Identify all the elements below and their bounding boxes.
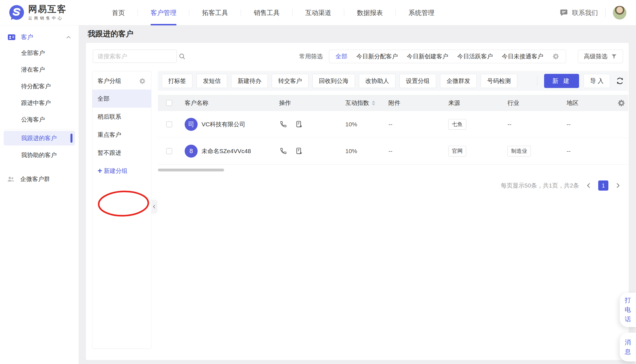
sidebar-item-wecom-customer-groups[interactable]: 企微客户群 — [0, 171, 79, 187]
nav-home[interactable]: 首页 — [99, 0, 138, 25]
advanced-filter-button[interactable]: 高级筛选 — [578, 50, 623, 63]
nav-acquisition-tools[interactable]: 拓客工具 — [189, 0, 241, 25]
sidebar-section-label: 客户 — [21, 33, 33, 41]
button-label: 号码检测 — [487, 77, 511, 85]
sidebar-item-label: 企微客户群 — [20, 175, 50, 183]
interaction-index-value: 10% — [345, 121, 357, 128]
new-group-button[interactable]: 新建分组 — [92, 162, 151, 180]
pagination: 每页显示50条，共1页，共2条 1 — [158, 180, 628, 191]
sidebar-section-customer[interactable]: 客户 — [0, 30, 79, 45]
group-item-all[interactable]: 全部 — [92, 90, 151, 108]
sidebar-item-unassigned-customers[interactable]: 待分配客户 — [4, 78, 75, 94]
row-checkbox[interactable] — [166, 121, 172, 127]
button-label: 改协助人 — [365, 77, 389, 85]
gear-icon[interactable] — [552, 53, 560, 60]
nav-label: 销售工具 — [254, 8, 280, 17]
filter-row: 常用筛选 全部 今日新分配客户 今日新创建客户 今日活跃客户 今日未接通客户 高… — [299, 50, 623, 63]
row-checkbox[interactable] — [166, 148, 172, 154]
set-group-button[interactable]: 设置分组 — [399, 74, 436, 88]
table-header: 客户名称 操作 互动指数 附件 来源 行业 地区 — [158, 95, 628, 111]
phone-icon[interactable] — [279, 120, 287, 128]
quick-filter-active-today[interactable]: 今日活跃客户 — [457, 52, 493, 60]
sidebar-item-public-sea-customers[interactable]: 公海客户 — [4, 111, 75, 128]
current-page-button[interactable]: 1 — [598, 180, 608, 191]
nav-label: 客户管理 — [151, 8, 176, 17]
contact-us-label: 联系我们 — [572, 8, 598, 17]
table-row[interactable]: 司 VC科技有限公司 10% -- 七鱼 -- -- — [158, 111, 628, 138]
sidebar-item-potential-customers[interactable]: 潜在客户 — [4, 61, 75, 78]
sidebar-item-following-customers[interactable]: 跟进中客户 — [4, 94, 75, 111]
search-input[interactable] — [93, 53, 178, 60]
transfer-customer-button[interactable]: 转交客户 — [272, 74, 308, 88]
industry-value: -- — [505, 121, 564, 128]
refresh-icon[interactable] — [616, 77, 624, 85]
gear-icon[interactable] — [139, 78, 146, 85]
sidebar-item-my-assisted-customers[interactable]: 我协助的客户 — [4, 147, 75, 163]
button-label: 企微群发 — [447, 77, 470, 85]
phone-icon[interactable] — [279, 147, 287, 155]
sidebar-item-all-customers[interactable]: 全部客户 — [4, 45, 75, 61]
nav-label: 数据报表 — [357, 8, 383, 17]
next-page-button[interactable] — [615, 182, 621, 189]
group-item-contact-later[interactable]: 稍后联系 — [92, 108, 151, 126]
nav-label: 系统管理 — [408, 8, 434, 17]
make-call-button[interactable]: 打电话 — [620, 293, 636, 327]
quick-filter-all[interactable]: 全部 — [335, 52, 347, 60]
send-sms-button[interactable]: 发短信 — [196, 74, 227, 88]
user-avatar[interactable] — [613, 6, 626, 19]
change-assistant-button[interactable]: 改协助人 — [359, 74, 396, 88]
sidebar-item-label: 全部客户 — [21, 49, 45, 57]
sidebar-item-label: 我协助的客户 — [21, 151, 57, 159]
add-record-icon[interactable] — [295, 120, 303, 128]
quick-filter-unreached-today[interactable]: 今日未接通客户 — [502, 52, 543, 60]
create-button[interactable]: 新 建 — [544, 74, 579, 88]
select-all-checkbox[interactable] — [166, 100, 172, 106]
contact-us-button[interactable]: 联系我们 — [560, 8, 598, 17]
quick-filter-new-assigned-today[interactable]: 今日新分配客户 — [356, 52, 398, 60]
column-settings-gear-icon[interactable] — [617, 99, 626, 107]
nav-interaction-channels[interactable]: 互动渠道 — [293, 0, 344, 25]
nav-data-reports[interactable]: 数据报表 — [344, 0, 396, 25]
add-record-icon[interactable] — [295, 147, 303, 155]
sidebar-divider — [4, 129, 75, 129]
import-button[interactable]: 导 入 — [584, 74, 610, 88]
chevron-up-icon[interactable] — [65, 34, 72, 41]
chat-icon — [560, 8, 568, 17]
customer-table-area: 打标签 发短信 新建待办 转交客户 回收到公海 改协助人 设置分组 企微群发 号… — [158, 71, 628, 354]
column-region: 地区 — [564, 99, 617, 107]
table-row[interactable]: 8 未命名SZe4VVc48 10% -- 官网 制造业 -- — [158, 138, 628, 165]
messages-button[interactable]: 消息 — [620, 333, 636, 361]
source-tag: 七鱼 — [448, 119, 466, 130]
number-check-button[interactable]: 号码检测 — [481, 74, 517, 88]
prev-page-button[interactable] — [585, 182, 592, 189]
customer-search — [93, 50, 177, 63]
app-logo: 网易互客 云商销售中心 — [8, 4, 79, 21]
group-item-label: 重点客户 — [98, 131, 121, 139]
horizontal-scrollbar[interactable] — [158, 169, 224, 171]
group-item-key-customers[interactable]: 重点客户 — [92, 126, 151, 144]
new-todo-button[interactable]: 新建待办 — [231, 74, 268, 88]
pagination-summary: 每页显示50条，共1页，共2条 — [501, 182, 579, 189]
search-icon[interactable] — [178, 53, 186, 60]
chevron-right-icon — [615, 182, 621, 189]
logo-subtitle: 云商销售中心 — [28, 16, 67, 21]
group-item-no-follow[interactable]: 暂不跟进 — [92, 144, 151, 162]
quick-filter-new-created-today[interactable]: 今日新创建客户 — [407, 52, 448, 60]
quick-filter-label: 常用筛选 — [299, 52, 323, 60]
tag-button[interactable]: 打标签 — [162, 74, 193, 88]
wecom-mass-send-button[interactable]: 企微群发 — [440, 74, 477, 88]
customer-name[interactable]: 未命名SZe4VVc48 — [202, 147, 251, 155]
customer-avatar: 司 — [185, 118, 198, 131]
sidebar-item-label: 待分配客户 — [21, 82, 51, 90]
sort-control[interactable] — [372, 100, 375, 106]
nav-system-management[interactable]: 系统管理 — [396, 0, 447, 25]
sort-desc-icon[interactable] — [372, 103, 375, 106]
nav-sales-tools[interactable]: 销售工具 — [241, 0, 292, 25]
customer-name[interactable]: VC科技有限公司 — [202, 120, 245, 128]
source-tag: 官网 — [448, 146, 466, 156]
sidebar-item-my-followed-customers[interactable]: 我跟进的客户 — [4, 131, 75, 145]
nav-customer-management[interactable]: 客户管理 — [138, 0, 189, 25]
sort-asc-icon[interactable] — [372, 100, 375, 103]
recycle-to-public-sea-button[interactable]: 回收到公海 — [312, 74, 355, 88]
panel-collapse-handle[interactable] — [151, 200, 157, 213]
